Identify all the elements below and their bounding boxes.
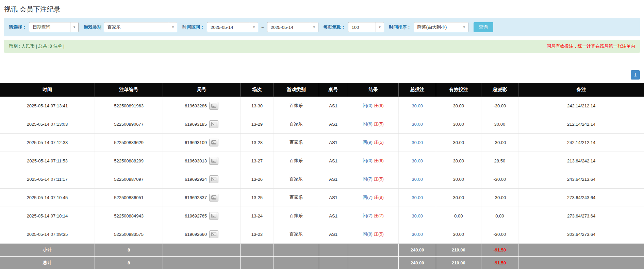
header-note: 备注 — [518, 83, 644, 97]
cell-payout: -30.00 — [481, 133, 518, 152]
cell-note: 303.64/273.64 — [518, 225, 644, 243]
player-result: 闲(8) — [363, 231, 373, 237]
cell-bet-id: 522500884943 — [95, 207, 163, 225]
chevron-down-icon[interactable]: ▼ — [169, 22, 177, 32]
subtotal-row: 小计 8 240.00 210.00 -91.50 — [0, 243, 644, 256]
sort-label: 时间排序： — [389, 24, 411, 30]
cell-valid-bet: 30.00 — [436, 115, 481, 133]
replay-button[interactable] — [209, 102, 218, 110]
result-image-icon — [211, 140, 216, 144]
query-type-combobox[interactable]: 日期查询 ▼ — [29, 22, 79, 32]
result-image-icon — [211, 195, 216, 199]
cell-round: 619692660 — [163, 225, 240, 243]
cell-table: AS1 — [319, 225, 348, 243]
date-from-value[interactable]: 2025-05-14 — [207, 22, 250, 32]
chevron-down-icon[interactable]: ▼ — [70, 22, 78, 32]
replay-button[interactable] — [209, 157, 218, 165]
page-size-combobox[interactable]: 100 ▼ — [348, 22, 384, 32]
date-to-combobox[interactable]: 2025-05-14 ▼ — [267, 22, 318, 32]
subtotal-valid-bet: 210.00 — [436, 243, 481, 256]
round-number: 619693109 — [185, 140, 207, 145]
total-bet-link[interactable]: 30.00 — [412, 140, 423, 145]
cell-total-bet: 30.00 — [399, 115, 436, 133]
cell-valid-bet: 30.00 — [436, 170, 481, 188]
table-row: 2025-05-14 07:10:14 522500884943 6196927… — [0, 207, 644, 225]
cell-round: 619692765 — [163, 207, 240, 225]
total-bet-link[interactable]: 30.00 — [412, 177, 423, 182]
total-bet-link[interactable]: 30.00 — [412, 232, 423, 237]
cell-result: 闲(9)庄(5) — [348, 133, 399, 152]
cell-bet-id: 522500887097 — [95, 170, 163, 188]
cell-session: 13-30 — [240, 97, 274, 115]
banker-result: 庄(6) — [374, 103, 384, 108]
replay-button[interactable] — [209, 230, 218, 238]
chevron-down-icon[interactable]: ▼ — [376, 22, 384, 32]
total-bet-link[interactable]: 30.00 — [412, 213, 423, 219]
replay-button[interactable] — [209, 120, 218, 128]
cell-table: AS1 — [319, 133, 348, 152]
cell-result: 闲(7)庄(8) — [348, 188, 399, 207]
replay-button[interactable] — [209, 139, 218, 146]
cell-time: 2025-05-14 07:10:14 — [0, 207, 95, 225]
cell-session: 13-29 — [240, 115, 274, 133]
records-table: 时间 注单编号 局号 场次 游戏类别 桌号 结果 总投注 有效投注 总派彩 备注… — [0, 83, 644, 269]
replay-button[interactable] — [209, 212, 218, 220]
result-image-icon — [211, 214, 216, 218]
page-size-value[interactable]: 100 — [348, 22, 376, 32]
search-button[interactable]: 查询 — [474, 22, 493, 32]
cell-table: AS1 — [319, 97, 348, 115]
chevron-down-icon[interactable]: ▼ — [310, 22, 318, 32]
game-type-value[interactable]: 百家乐 — [104, 22, 169, 32]
date-range-separator: ~ — [261, 25, 265, 30]
cell-session: 13-25 — [240, 188, 274, 207]
round-number: 619692924 — [185, 177, 207, 182]
game-type-combobox[interactable]: 百家乐 ▼ — [104, 22, 177, 32]
cell-total-bet: 30.00 — [399, 225, 436, 243]
cell-game-type: 百家乐 — [274, 115, 319, 133]
cell-game-type: 百家乐 — [274, 188, 319, 207]
sort-value[interactable]: 降冪(由大到小) — [414, 22, 460, 32]
cell-session: 13-28 — [240, 133, 274, 152]
total-bet-link[interactable]: 30.00 — [412, 103, 423, 108]
total-row: 总计 8 240.00 210.00 -91.50 — [0, 256, 644, 269]
cell-valid-bet: 30.00 — [436, 97, 481, 115]
total-bet-link[interactable]: 30.00 — [412, 122, 423, 127]
cell-bet-id: 522500889629 — [95, 133, 163, 152]
total-bet-link[interactable]: 30.00 — [412, 195, 423, 200]
result-image-icon — [211, 232, 216, 236]
chevron-down-icon[interactable]: ▼ — [460, 22, 468, 32]
table-row: 2025-05-14 07:10:45 522500886051 6196928… — [0, 188, 644, 207]
date-to-value[interactable]: 2025-05-14 — [267, 22, 310, 32]
date-from-combobox[interactable]: 2025-05-14 ▼ — [207, 22, 258, 32]
banker-result: 庄(5) — [374, 176, 384, 181]
cell-game-type: 百家乐 — [274, 207, 319, 225]
page-button-1[interactable]: 1 — [631, 70, 640, 80]
sort-combobox[interactable]: 降冪(由大到小) ▼ — [414, 22, 468, 32]
replay-button[interactable] — [209, 175, 218, 183]
cell-round: 619693286 — [163, 97, 240, 115]
cell-total-bet: 30.00 — [399, 207, 436, 225]
date-range-label: 时间区间： — [182, 24, 204, 30]
replay-button[interactable] — [209, 194, 218, 202]
summary-bar: 币别 : 人民币 | 总共 :8 注单 | 同局有效投注，统一计算在该局第一张注… — [4, 40, 640, 53]
chevron-down-icon[interactable]: ▼ — [250, 22, 258, 32]
cell-valid-bet: 30.00 — [436, 133, 481, 152]
table-header: 时间 注单编号 局号 场次 游戏类别 桌号 结果 总投注 有效投注 总派彩 备注 — [0, 83, 644, 97]
cell-payout: -30.00 — [481, 225, 518, 243]
cell-result: 闲(0)庄(6) — [348, 97, 399, 115]
total-bet-link[interactable]: 30.00 — [412, 158, 423, 163]
header-total-bet: 总投注 — [399, 83, 436, 97]
cell-note: 273.64/273.64 — [518, 207, 644, 225]
result-image-icon — [211, 159, 216, 163]
header-game-type: 游戏类别 — [274, 83, 319, 97]
cell-time: 2025-05-14 07:13:41 — [0, 97, 95, 115]
table-row: 2025-05-14 07:13:41 522500891963 6196932… — [0, 97, 644, 115]
header-table: 桌号 — [319, 83, 348, 97]
cell-bet-id: 522500886051 — [95, 188, 163, 207]
table-body: 2025-05-14 07:13:41 522500891963 6196932… — [0, 97, 644, 243]
query-type-value[interactable]: 日期查询 — [29, 22, 70, 32]
pagination: 1 — [4, 70, 640, 80]
header-valid-bet: 有效投注 — [436, 83, 481, 97]
table-row: 2025-05-14 07:11:53 522500888299 6196930… — [0, 152, 644, 170]
cell-time: 2025-05-14 07:10:45 — [0, 188, 95, 207]
